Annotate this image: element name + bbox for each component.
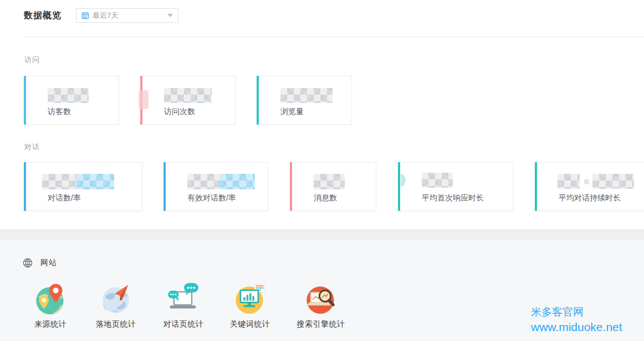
card-accent-bar [163,162,166,211]
laptop-chat-icon [167,281,200,316]
card-label: 有效对话数/率 [187,193,236,203]
stat-nav-label: 来源统计 [17,319,84,329]
calendar-icon [81,12,89,19]
censored-value-blur [139,90,149,109]
stat-nav-landing-page[interactable]: 落地页统计 [83,281,149,329]
censored-value-blur [584,179,589,184]
stat-card-pageviews: 浏览量 [257,76,352,125]
page-title: 数据概览 [24,10,62,22]
censored-value-blur [187,174,219,189]
stat-card-first-response-time: 平均首次响应时长 [398,162,513,211]
stat-nav-keyword[interactable]: 关键词统计 [217,281,283,329]
censored-value-blur [48,88,89,103]
censored-value-blur [401,174,406,187]
card-label: 平均首次响应时长 [422,193,484,203]
date-range-select[interactable]: 最近7天 [76,8,178,23]
stat-card-chat-rate: 对话数/率 [24,162,142,211]
stat-card-messages: 消息数 [290,162,376,211]
censored-value-blur [592,174,634,189]
panel-top-strip [0,229,644,240]
stat-card-valid-chat-rate: 有效对话数/率 [163,162,268,211]
stat-nav-label: 落地页统计 [83,319,149,329]
laptop-magnifier-icon [304,281,338,316]
stat-nav-chat-page[interactable]: 对话页统计 [150,281,217,329]
card-accent-bar [257,76,259,125]
censored-value-blur [280,88,333,103]
censored-value-blur [422,173,453,188]
globe-plane-icon [99,281,132,316]
card-label: 消息数 [314,193,337,203]
censored-value-blur [164,88,212,103]
censored-value-blur [76,174,114,189]
watermark-url: www.miduoke.net [531,319,622,334]
censored-value-blur [558,174,580,189]
stat-nav-label: 搜索引擎统计 [288,319,354,329]
card-accent-bar [398,162,400,211]
site-watermark: 米多客官网 www.miduoke.net [531,306,622,334]
card-label: 平均对话持续时长 [559,193,621,203]
watermark-brand: 米多客官网 [531,306,622,319]
stat-nav-source[interactable]: 来源统计 [17,281,84,329]
stat-nav-label: 关键词统计 [217,319,283,329]
chevron-down-icon [167,14,173,17]
card-accent-bar [535,162,537,211]
channel-header: 网站 [23,258,57,268]
card-label: 访客数 [48,107,71,117]
monitor-barchart-icon [233,281,267,316]
stat-card-visits: 访问次数 [140,76,236,125]
header-divider [24,37,644,37]
section-label-visits: 访问 [24,55,40,65]
globe-icon [23,258,33,268]
stat-nav-search-engine[interactable]: 搜索引擎统计 [288,281,354,329]
channel-label: 网站 [40,258,57,268]
website-channel-panel: 网站 来源统计 [0,229,644,341]
stat-nav-label: 对话页统计 [150,319,217,329]
card-accent-bar [24,162,26,211]
card-label: 访问次数 [164,107,195,117]
section-label-chats: 对话 [24,142,40,152]
stat-card-chat-duration: 平均对话持续时长 [535,162,644,211]
globe-pins-icon [34,281,67,316]
card-label: 对话数/率 [48,193,81,203]
card-accent-bar [290,162,292,211]
censored-value-blur [219,174,255,189]
analytics-dashboard: 数据概览 最近7天 访问 访客数 访问次数 浏览量 对话 [0,0,644,341]
stat-card-visitors: 访客数 [24,76,119,125]
censored-value-blur [42,174,76,189]
card-label: 浏览量 [280,107,304,117]
date-range-value: 最近7天 [93,11,167,20]
card-accent-bar [24,76,26,125]
censored-value-blur [314,174,345,189]
